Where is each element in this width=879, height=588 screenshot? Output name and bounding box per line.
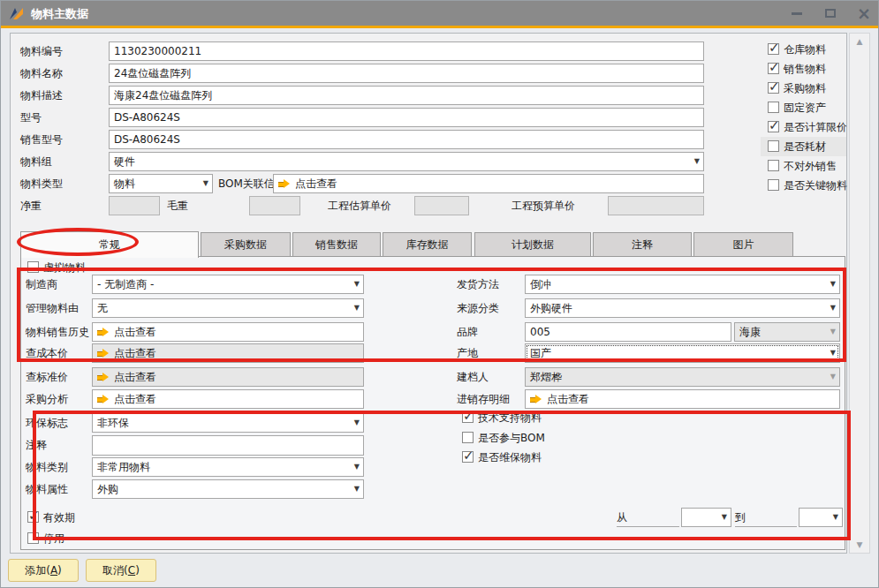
tab-general[interactable]: 常规 [20,231,199,258]
tech-support-label: 技术支持物料 [478,411,542,424]
maintenance-item-label: 是否维保物料 [478,451,542,464]
item-name-label: 物料名称 [20,64,63,83]
checkbox-virtual-item[interactable]: ✓ [27,261,39,273]
flag-label: 固定资产 [784,102,826,114]
model-input[interactable]: DS-A80624S [109,108,704,127]
vertical-scrollbar[interactable]: ▲ ▼ [849,33,870,554]
gross-weight-input[interactable] [249,196,300,215]
inventory-detail-link[interactable]: 点击查看 [525,389,840,409]
valid-from-select[interactable]: ▼ [681,508,731,527]
eco-flag-select[interactable]: 非环保▼ [92,413,364,433]
minimize-button[interactable] [790,6,804,20]
dropdown-arrow-icon: ▼ [354,299,360,317]
sales-history-label: 物料销售历史 [26,322,89,342]
checkbox-no-external-sale[interactable]: ✓ [768,160,779,171]
cost-price-link[interactable]: 点击查看 [92,343,364,363]
remarks-label: 注释 [26,435,47,455]
sales-model-input[interactable]: DS-A80624S [109,130,704,149]
brand-name-select[interactable]: 海康▼ [734,322,840,342]
purchase-analysis-link[interactable]: 点击查看 [92,389,364,409]
checkbox-sales-item[interactable]: ✓ [768,63,779,74]
gross-weight-label: 毛重 [167,196,188,215]
link-arrow-icon [97,328,110,336]
remarks-input[interactable] [92,435,364,456]
dropdown-arrow-icon: ▼ [830,299,836,317]
tab-planning-data[interactable]: 计划数据 [474,232,591,257]
item-category-select[interactable]: 非常用物料▼ [92,457,364,477]
sales-history-link[interactable]: 点击查看 [92,322,364,342]
budget-unit-price-input[interactable] [608,196,704,215]
dropdown-arrow-icon: ▼ [694,153,700,170]
maximize-button[interactable] [823,6,837,20]
origin-label: 产地 [457,343,478,363]
dropdown-arrow-icon: ▼ [354,275,360,293]
scroll-down-icon[interactable]: ▼ [850,537,869,553]
scroll-up-icon[interactable]: ▲ [850,34,869,49]
brand-label: 品牌 [457,322,478,342]
cancel-button[interactable]: 取消(C) [86,559,156,582]
checkbox-validity[interactable]: ✓ [27,511,39,523]
flag-label: 仓库物料 [784,43,826,56]
inactive-label: 停用 [43,532,64,545]
delivery-method-label: 发货方法 [457,275,499,294]
item-group-label: 物料组 [20,152,52,171]
valid-from-label: 从 [617,508,679,527]
app-logo-icon [8,5,26,21]
dropdown-arrow-icon: ▼ [354,480,360,498]
item-category-label: 物料类别 [26,457,68,477]
checkbox-maintenance-item[interactable]: ✓ [462,451,474,463]
manufacturer-select[interactable]: - 无制造商 -▼ [92,275,364,294]
tab-remarks[interactable]: 注释 [593,232,692,257]
dropdown-arrow-icon: ▼ [830,323,836,341]
standard-price-link[interactable]: 点击查看 [92,367,364,387]
item-attribute-select[interactable]: 外购▼ [92,479,364,499]
checkbox-warehouse-item[interactable]: ✓ [768,43,779,55]
item-description-input[interactable]: 海康24盘位磁盘阵列 [109,86,704,105]
dropdown-arrow-icon: ▼ [830,275,836,293]
flag-label: 销售物料 [784,63,826,75]
valid-to-select[interactable]: ▼ [799,508,843,527]
budget-unit-price-label: 工程预算单价 [511,196,575,215]
tab-picture[interactable]: 图片 [693,232,793,257]
dropdown-arrow-icon: ▼ [833,509,838,526]
brand-input[interactable]: 005 [525,322,731,342]
tab-purchase-data[interactable]: 采购数据 [201,232,291,257]
dropdown-arrow-icon: ▼ [354,458,360,476]
managed-by-label: 管理物料由 [26,298,79,318]
item-group-select[interactable]: 硬件 ▼ [109,152,704,171]
managed-by-select[interactable]: 无▼ [92,298,364,318]
dropdown-arrow-icon: ▼ [354,414,360,432]
item-name-input[interactable]: 24盘位磁盘阵列 [109,64,704,83]
link-arrow-icon [530,395,542,403]
manufacturer-label: 制造商 [26,275,57,294]
est-unit-price-label: 工程估算单价 [328,196,391,215]
add-button[interactable]: 添加(A) [8,559,79,582]
bom-info-link[interactable]: 点击查看 [273,174,704,193]
checkbox-fixed-asset[interactable]: ✓ [768,102,779,113]
checkbox-consumable[interactable]: ✓ [768,140,779,152]
inventory-detail-label: 进销存明细 [457,389,510,409]
titlebar: 物料主数据 × [1,1,879,26]
est-unit-price-input[interactable] [414,196,469,215]
close-button[interactable]: × [857,6,871,20]
checkbox-price-limit[interactable]: ✓ [768,121,779,132]
checkbox-inactive[interactable]: ✓ [27,532,39,544]
checkbox-tech-support-item[interactable]: ✓ [462,411,474,423]
delivery-method-select[interactable]: 倒冲▼ [525,275,840,294]
dropdown-arrow-icon: ▼ [722,509,727,526]
checkbox-bom-participation[interactable]: ✓ [462,432,474,443]
checkbox-purchase-item[interactable]: ✓ [768,82,779,94]
item-code-input[interactable]: 1130230000211 [109,41,704,61]
item-type-select[interactable]: 物料 ▼ [109,174,213,193]
tab-sales-data[interactable]: 销售数据 [292,232,381,257]
net-weight-input[interactable] [109,196,160,215]
checkbox-key-item[interactable]: ✓ [768,179,779,191]
source-category-select[interactable]: 外购硬件▼ [525,298,840,318]
link-arrow-icon [278,179,291,188]
origin-select[interactable]: 国产▼ [525,343,840,363]
creator-select[interactable]: 郑熠桦▼ [525,367,840,387]
flag-label: 是否耗材 [784,140,826,153]
bom-participation-label: 是否参与BOM [478,432,545,444]
tab-inventory-data[interactable]: 库存数据 [383,232,472,257]
link-arrow-icon [97,373,110,381]
